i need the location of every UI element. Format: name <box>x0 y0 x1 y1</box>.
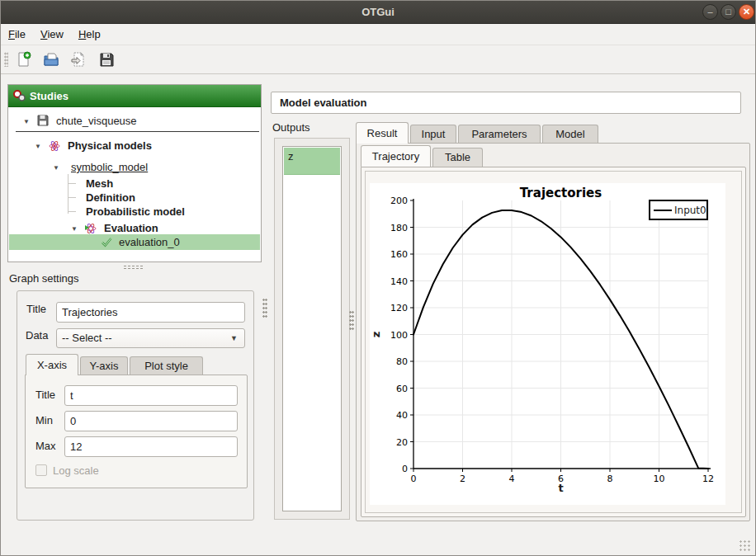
data-select-dropdown[interactable]: -- Select -- ▼ <box>56 328 245 348</box>
import-script-icon <box>68 51 89 68</box>
svg-text:200: 200 <box>390 196 408 206</box>
tab-trajectory[interactable]: Trajectory <box>361 145 431 167</box>
menu-help[interactable]: Help <box>71 25 108 44</box>
chevron-down-icon[interactable]: ▼ <box>53 161 59 176</box>
outputs-panel: z <box>274 138 350 520</box>
tab-parameters[interactable]: Parameters <box>458 125 541 144</box>
tab-x-axis[interactable]: X-axis <box>26 354 78 375</box>
window-resize-grip[interactable] <box>739 540 752 553</box>
tree-item-label: chute_visqueuse <box>56 112 137 130</box>
tab-plot-style[interactable]: Plot style <box>130 356 203 375</box>
app-window: OTGui – □ ✕ File View Help <box>0 0 756 556</box>
x-axis-tab-pane: Title Min Max Log scale <box>25 375 248 488</box>
splitter-handle[interactable] <box>262 298 267 319</box>
tree-item-mesh[interactable]: Mesh <box>86 177 113 191</box>
log-scale-checkbox[interactable] <box>35 464 47 476</box>
svg-text:60: 60 <box>396 384 408 394</box>
svg-text:0: 0 <box>402 464 408 474</box>
maximize-icon[interactable]: □ <box>721 4 736 20</box>
minimize-icon[interactable]: – <box>702 4 718 20</box>
legend-label: Input0 <box>674 205 706 216</box>
chart-title: Trajectories <box>413 186 708 200</box>
menu-file[interactable]: File <box>1 25 33 44</box>
axis-title-input[interactable] <box>64 385 238 406</box>
svg-text:160: 160 <box>390 249 408 260</box>
tree-item-label: evaluation_0 <box>119 235 180 250</box>
graph-settings-box: Title Data -- Select -- ▼ X-axis Y-axis … <box>17 290 254 521</box>
splitter-handle[interactable] <box>349 310 354 332</box>
menubar: File View Help <box>1 24 755 45</box>
tree-connector <box>68 197 76 198</box>
tab-table[interactable]: Table <box>432 148 483 167</box>
tree-item-label: Probabilistic model <box>86 205 185 218</box>
trajectories-chart[interactable]: 024681012020406080100120140160180200 Tra… <box>370 183 725 505</box>
tree-item-label: Physical models <box>68 139 152 153</box>
success-check-icon <box>101 237 112 252</box>
tree-connector <box>68 211 76 212</box>
graph-settings-title: Graph settings <box>9 272 79 285</box>
tree-item-label: Mesh <box>86 177 113 190</box>
tree-connector <box>68 183 76 184</box>
window-title: OTGui <box>1 6 755 18</box>
graph-title-input[interactable] <box>56 302 245 323</box>
svg-text:140: 140 <box>390 276 408 287</box>
open-study-button[interactable] <box>40 49 62 69</box>
y-axis-label: z <box>370 332 382 338</box>
menu-view[interactable]: View <box>33 25 71 44</box>
tree-item-label: Definition <box>86 191 135 204</box>
studies-header: Studies <box>8 85 261 107</box>
save-icon <box>96 51 117 68</box>
tree-item-label: symbolic_model <box>71 160 148 175</box>
analysis-title-box: Model evaluation <box>271 92 741 114</box>
x-axis-label: t <box>413 482 708 494</box>
tab-y-axis[interactable]: Y-axis <box>80 356 128 375</box>
toolbar <box>1 45 755 74</box>
close-icon[interactable]: ✕ <box>739 4 754 20</box>
tree-connector <box>68 174 69 214</box>
tab-model[interactable]: Model <box>542 125 598 144</box>
svg-text:100: 100 <box>390 330 408 341</box>
max-label: Max <box>35 440 56 452</box>
legend-line-sample <box>654 210 672 211</box>
svg-text:20: 20 <box>396 437 408 448</box>
min-input[interactable] <box>64 411 238 431</box>
data-label: Data <box>26 329 48 342</box>
chart-plot-area: 024681012020406080100120140160180200 <box>370 183 725 505</box>
min-label: Min <box>35 414 53 426</box>
max-input[interactable] <box>64 436 238 457</box>
import-script-button[interactable] <box>68 49 89 69</box>
output-item-selected[interactable]: z <box>284 148 340 175</box>
studies-panel: Studies ▼ chute_visqueuse ▼ <box>7 84 262 262</box>
title-label: Title <box>26 303 46 315</box>
new-study-icon <box>13 51 35 68</box>
studies-logo-icon <box>13 90 26 103</box>
tab-result[interactable]: Result <box>356 122 409 144</box>
svg-text:120: 120 <box>390 303 408 313</box>
tree-item-evaluation-0-selected[interactable]: evaluation_0 <box>9 234 260 250</box>
svg-text:180: 180 <box>390 223 408 233</box>
svg-text:80: 80 <box>396 356 408 367</box>
floppy-icon <box>37 114 49 132</box>
titlebar[interactable]: OTGui – □ ✕ <box>1 1 755 24</box>
open-study-icon <box>40 51 62 68</box>
log-scale-label: Log scale <box>53 464 99 477</box>
chevron-down-icon[interactable]: ▼ <box>23 113 30 131</box>
tree-item-definition[interactable]: Definition <box>86 191 135 205</box>
chart-legend: Input0 <box>649 200 708 220</box>
atom-icon <box>49 140 60 156</box>
chevron-down-icon[interactable]: ▼ <box>35 139 41 154</box>
data-select-value: -- Select -- <box>62 332 112 344</box>
outputs-list[interactable]: z <box>282 146 342 511</box>
splitter-handle[interactable] <box>123 265 144 270</box>
toolbar-drag-handle[interactable] <box>4 52 8 67</box>
chevron-down-icon: ▼ <box>230 329 238 347</box>
tree-item-study[interactable]: ▼ chute_visqueuse <box>16 112 259 132</box>
new-study-button[interactable] <box>13 49 35 69</box>
axis-title-label: Title <box>35 389 55 401</box>
tree-item-probabilistic-model[interactable]: Probabilistic model <box>86 205 185 219</box>
tab-input[interactable]: Input <box>410 125 456 144</box>
outputs-label: Outputs <box>272 121 310 134</box>
save-button[interactable] <box>96 49 117 69</box>
svg-text:40: 40 <box>396 410 408 421</box>
